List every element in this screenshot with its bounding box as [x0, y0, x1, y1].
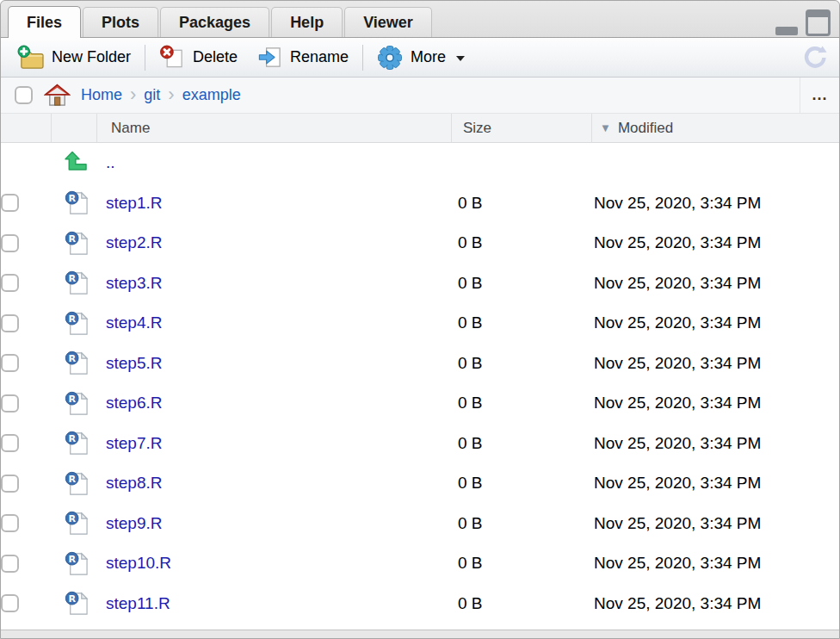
row-checkbox[interactable]: [1, 354, 19, 372]
row-checkbox-cell: [1, 475, 52, 493]
r-file-icon: R: [64, 270, 89, 295]
row-name-cell: step10.R: [97, 554, 451, 573]
row-icon-cell: R: [52, 311, 97, 336]
header-modified[interactable]: ▼ Modified: [591, 114, 839, 142]
file-link[interactable]: step9.R: [106, 514, 162, 532]
row-checkbox[interactable]: [1, 274, 19, 292]
up-arrow-icon: [64, 150, 90, 176]
select-all-checkbox[interactable]: [15, 86, 33, 104]
file-link[interactable]: step4.R: [106, 313, 162, 332]
row-name-cell: step2.R: [97, 233, 451, 252]
file-link[interactable]: step8.R: [106, 474, 162, 492]
new-folder-button[interactable]: New Folder: [8, 38, 140, 77]
toolbar-separator: [145, 45, 145, 71]
svg-text:R: R: [68, 233, 76, 245]
delete-icon: [159, 45, 185, 70]
breadcrumb-item-home[interactable]: Home: [81, 86, 122, 104]
file-link[interactable]: step10.R: [106, 554, 171, 572]
file-link[interactable]: step7.R: [106, 434, 162, 452]
row-icon-cell: R: [52, 231, 97, 256]
tab-list: Files Plots Packages Help Viewer: [8, 1, 434, 37]
file-link[interactable]: step6.R: [106, 394, 162, 412]
delete-button[interactable]: Delete: [150, 38, 247, 77]
row-modified: Nov 25, 2020, 3:34 PM: [591, 194, 839, 213]
path-more-button[interactable]: ...: [800, 78, 839, 113]
row-size: 0 B: [451, 434, 591, 453]
header-name[interactable]: Name: [97, 114, 451, 142]
file-row: R step6.R 0 B Nov 25, 2020, 3:34 PM: [1, 383, 839, 424]
parent-directory-link[interactable]: ..: [106, 153, 115, 171]
home-icon: [44, 83, 71, 108]
breadcrumb-item-example[interactable]: example: [182, 86, 241, 104]
row-checkbox[interactable]: [1, 234, 19, 252]
row-name-cell: step8.R: [97, 474, 451, 493]
row-size: 0 B: [451, 514, 591, 533]
file-link[interactable]: step1.R: [106, 194, 162, 212]
r-file-icon: R: [64, 190, 89, 215]
row-checkbox[interactable]: [1, 314, 19, 332]
tab-files[interactable]: Files: [8, 6, 81, 38]
parent-directory-row: ..: [1, 143, 839, 183]
window-controls: [775, 8, 831, 36]
row-checkbox[interactable]: [1, 475, 19, 493]
row-size: 0 B: [451, 594, 591, 613]
svg-text:R: R: [68, 554, 76, 565]
more-button[interactable]: More: [368, 38, 474, 77]
rename-label: Rename: [290, 48, 349, 66]
file-row: R step3.R 0 B Nov 25, 2020, 3:34 PM: [1, 264, 839, 304]
svg-text:R: R: [68, 513, 76, 524]
maximize-icon[interactable]: [806, 9, 831, 36]
tab-packages[interactable]: Packages: [160, 7, 269, 37]
svg-text:R: R: [68, 273, 76, 284]
files-toolbar: New Folder Delete Rename: [1, 38, 839, 78]
row-size: 0 B: [451, 194, 591, 213]
breadcrumb-item-git[interactable]: git: [144, 86, 160, 104]
new-folder-label: New Folder: [52, 48, 131, 66]
home-button[interactable]: [44, 83, 71, 108]
tab-help[interactable]: Help: [271, 7, 343, 37]
r-file-icon: R: [64, 431, 89, 456]
row-checkbox[interactable]: [1, 594, 19, 612]
r-file-icon: R: [64, 511, 89, 536]
sort-desc-icon: ▼: [600, 121, 611, 134]
r-file-icon: R: [64, 471, 89, 496]
r-file-icon: R: [64, 551, 89, 576]
tab-viewer[interactable]: Viewer: [344, 7, 432, 37]
pane-bottom-edge: [1, 630, 839, 638]
rename-button[interactable]: Rename: [247, 38, 358, 77]
file-row: R step11.R 0 B Nov 25, 2020, 3:34 PM: [1, 584, 839, 624]
files-pane: Files Plots Packages Help Viewer New Fol…: [0, 0, 840, 639]
refresh-button[interactable]: [801, 38, 829, 77]
row-checkbox[interactable]: [1, 514, 19, 532]
row-name-cell: step4.R: [97, 313, 451, 332]
row-checkbox[interactable]: [1, 434, 19, 452]
row-modified: Nov 25, 2020, 3:34 PM: [591, 354, 839, 373]
tab-plots[interactable]: Plots: [83, 7, 158, 37]
row-size: 0 B: [451, 474, 591, 493]
minimize-icon[interactable]: [775, 27, 798, 35]
breadcrumb-separator-icon: ›: [168, 85, 174, 106]
file-row: R step8.R 0 B Nov 25, 2020, 3:34 PM: [1, 463, 839, 504]
r-file-icon: R: [64, 311, 89, 336]
row-checkbox-cell: [1, 274, 52, 292]
header-checkbox-column: [1, 114, 52, 142]
file-list: .. R step1.R 0 B Nov 25, 2020, 3:34 PM: [1, 143, 839, 630]
r-file-icon: R: [64, 351, 89, 375]
row-checkbox-cell: [1, 234, 52, 252]
file-row: R step7.R 0 B Nov 25, 2020, 3:34 PM: [1, 424, 839, 464]
row-modified: Nov 25, 2020, 3:34 PM: [591, 474, 839, 493]
row-name-cell: step6.R: [97, 394, 451, 413]
row-checkbox[interactable]: [1, 394, 19, 413]
row-checkbox[interactable]: [1, 194, 19, 212]
row-checkbox[interactable]: [1, 555, 19, 573]
file-link[interactable]: step5.R: [106, 354, 162, 372]
delete-label: Delete: [193, 48, 238, 66]
file-row: R step9.R 0 B Nov 25, 2020, 3:34 PM: [1, 504, 839, 544]
tab-label: Help: [290, 14, 324, 31]
file-link[interactable]: step2.R: [106, 233, 162, 251]
row-modified: Nov 25, 2020, 3:34 PM: [591, 434, 839, 453]
row-name-cell: step5.R: [97, 354, 451, 373]
header-size[interactable]: Size: [451, 114, 591, 142]
file-link[interactable]: step11.R: [106, 594, 170, 612]
file-link[interactable]: step3.R: [106, 274, 162, 292]
